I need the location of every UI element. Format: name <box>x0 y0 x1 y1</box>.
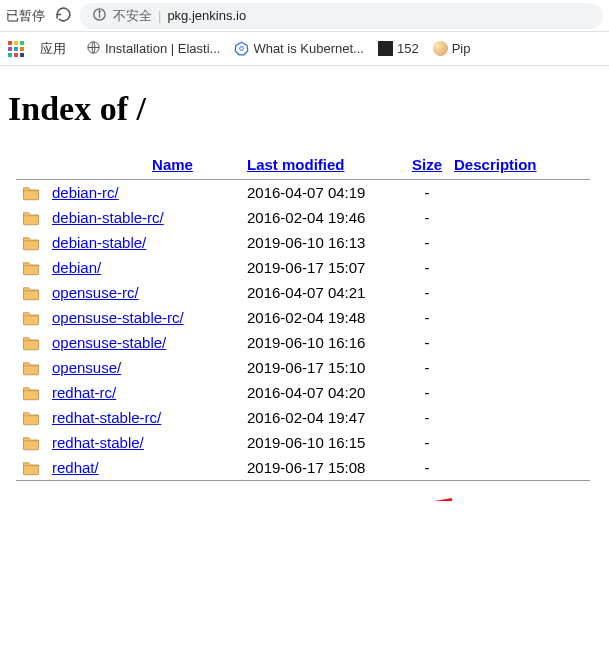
directory-link[interactable]: opensuse-rc/ <box>52 284 139 301</box>
sort-size[interactable]: Size <box>412 156 442 173</box>
last-modified-cell: 2016-02-04 19:46 <box>241 205 406 230</box>
description-cell <box>448 280 590 305</box>
apps-label[interactable]: 应用 <box>40 40 66 58</box>
directory-link[interactable]: redhat-rc/ <box>52 384 116 401</box>
directory-link[interactable]: redhat-stable/ <box>52 434 144 451</box>
reload-icon[interactable] <box>55 6 72 26</box>
size-cell: - <box>406 430 448 455</box>
table-row: opensuse-stable-rc/2016-02-04 19:48- <box>16 305 590 330</box>
description-cell <box>448 205 590 230</box>
last-modified-cell: 2016-02-04 19:47 <box>241 405 406 430</box>
table-row: opensuse-rc/2016-04-07 04:21- <box>16 280 590 305</box>
last-modified-cell: 2016-04-07 04:21 <box>241 280 406 305</box>
folder-icon <box>22 435 40 451</box>
table-row: debian-stable/2019-06-10 16:13- <box>16 230 590 255</box>
page-title: Index of / <box>8 90 599 128</box>
size-cell: - <box>406 305 448 330</box>
table-row: redhat-stable-rc/2016-02-04 19:47- <box>16 405 590 430</box>
directory-link[interactable]: opensuse/ <box>52 359 121 376</box>
table-row: redhat/2019-06-17 15:08- <box>16 455 590 480</box>
info-icon <box>92 7 107 25</box>
directory-link[interactable]: debian-stable/ <box>52 234 146 251</box>
folder-icon <box>22 185 40 201</box>
bookmark-label: Pip <box>452 41 471 56</box>
directory-link[interactable]: debian-stable-rc/ <box>52 209 164 226</box>
directory-link[interactable]: redhat/ <box>52 459 99 476</box>
description-cell <box>448 330 590 355</box>
size-cell: - <box>406 180 448 205</box>
kubernetes-icon <box>234 41 249 56</box>
description-cell <box>448 455 590 480</box>
security-label: 不安全 <box>113 7 152 25</box>
last-modified-cell: 2016-02-04 19:48 <box>241 305 406 330</box>
bookmarks-bar: 应用 Installation | Elasti... What is Kube… <box>0 32 609 66</box>
sort-name[interactable]: Name <box>152 156 193 173</box>
directory-link[interactable]: debian-rc/ <box>52 184 119 201</box>
svg-marker-4 <box>236 42 249 55</box>
last-modified-cell: 2019-06-17 15:10 <box>241 355 406 380</box>
directory-link[interactable]: redhat-stable-rc/ <box>52 409 161 426</box>
last-modified-cell: 2019-06-17 15:07 <box>241 255 406 280</box>
folder-icon <box>22 260 40 276</box>
table-row: opensuse-stable/2019-06-10 16:16- <box>16 330 590 355</box>
svg-point-5 <box>240 47 244 51</box>
folder-icon <box>22 210 40 226</box>
description-cell <box>448 305 590 330</box>
folder-icon <box>22 385 40 401</box>
bookmark-152[interactable]: 152 <box>378 41 419 56</box>
last-modified-cell: 2019-06-17 15:08 <box>241 455 406 480</box>
browser-toolbar: 已暂停 不安全 | pkg.jenkins.io <box>0 0 609 32</box>
tab-status: 已暂停 <box>6 7 45 25</box>
address-bar[interactable]: 不安全 | pkg.jenkins.io <box>80 3 603 29</box>
url-text: pkg.jenkins.io <box>167 8 246 23</box>
table-row: debian/2019-06-17 15:07- <box>16 255 590 280</box>
directory-link[interactable]: debian/ <box>52 259 101 276</box>
size-cell: - <box>406 355 448 380</box>
directory-link[interactable]: opensuse-stable/ <box>52 334 166 351</box>
bookmark-pip[interactable]: Pip <box>433 41 471 56</box>
bookmark-label: 152 <box>397 41 419 56</box>
table-row: debian-rc/2016-04-07 04:19- <box>16 180 590 205</box>
sort-last-modified[interactable]: Last modified <box>247 156 345 173</box>
size-cell: - <box>406 230 448 255</box>
description-cell <box>448 405 590 430</box>
description-cell <box>448 230 590 255</box>
size-cell: - <box>406 255 448 280</box>
directory-link[interactable]: opensuse-stable-rc/ <box>52 309 184 326</box>
last-modified-cell: 2019-06-10 16:16 <box>241 330 406 355</box>
svg-point-2 <box>99 10 100 11</box>
folder-icon <box>22 360 40 376</box>
sort-description[interactable]: Description <box>454 156 537 173</box>
size-cell: - <box>406 330 448 355</box>
description-cell <box>448 430 590 455</box>
size-cell: - <box>406 280 448 305</box>
description-cell <box>448 255 590 280</box>
folder-icon <box>22 310 40 326</box>
bookmark-label: Installation | Elasti... <box>105 41 220 56</box>
size-cell: - <box>406 380 448 405</box>
size-cell: - <box>406 455 448 480</box>
bookmark-kubernetes[interactable]: What is Kubernet... <box>234 41 364 56</box>
folder-icon <box>22 235 40 251</box>
header-row: Name Last modified Size Description <box>16 152 590 179</box>
directory-listing: Name Last modified Size Description debi… <box>16 152 590 481</box>
square-icon <box>378 41 393 56</box>
page-content: Index of / Name Last modified Size Descr… <box>0 66 609 501</box>
last-modified-cell: 2019-06-10 16:13 <box>241 230 406 255</box>
size-cell: - <box>406 405 448 430</box>
folder-icon <box>22 460 40 476</box>
last-modified-cell: 2016-04-07 04:20 <box>241 380 406 405</box>
avatar-icon <box>433 41 448 56</box>
table-row: redhat-stable/2019-06-10 16:15- <box>16 430 590 455</box>
bookmark-label: What is Kubernet... <box>253 41 364 56</box>
apps-icon[interactable] <box>8 41 24 57</box>
last-modified-cell: 2016-04-07 04:19 <box>241 180 406 205</box>
size-cell: - <box>406 205 448 230</box>
folder-icon <box>22 410 40 426</box>
folder-icon <box>22 335 40 351</box>
table-row: opensuse/2019-06-17 15:10- <box>16 355 590 380</box>
description-cell <box>448 180 590 205</box>
description-cell <box>448 380 590 405</box>
globe-icon <box>86 40 101 58</box>
bookmark-elastic[interactable]: Installation | Elasti... <box>86 40 220 58</box>
